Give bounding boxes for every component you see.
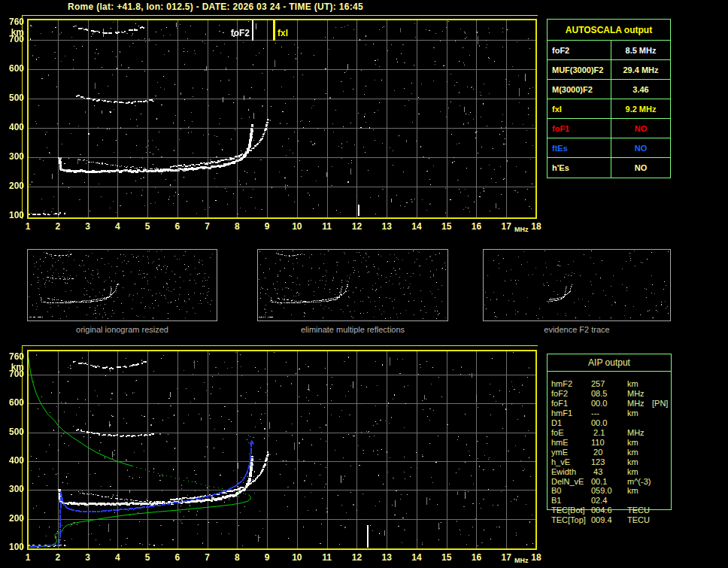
x-tick-label: 8	[226, 553, 247, 563]
y-tick-label: 760	[2, 17, 24, 27]
thumbnail-eliminate-reflections	[257, 249, 448, 321]
autoscala-row-ftes: ftEsNO	[548, 138, 670, 158]
aip-label: DelN_vE	[551, 477, 584, 486]
x-tick-label: 10	[287, 222, 308, 232]
thumbnail-caption-evidence: evidence F2 trace	[483, 325, 671, 334]
aip-output-table: AIP output hmF2257kmfoF208.5MHzfoF100.0M…	[547, 354, 682, 534]
autoscala-table-body: foF28.5 MHzMUF(3000)F229.4 MHzM(3000)F23…	[548, 41, 670, 178]
aip-label: TEC[Bot]	[551, 506, 585, 515]
aip-unit: km	[627, 409, 639, 418]
y-axis-unit-label: km	[2, 363, 24, 372]
aip-value: 257	[591, 379, 605, 388]
y-tick-label: 100	[2, 542, 24, 552]
y-tick-label: 500	[2, 427, 24, 437]
x-tick-label: 4	[107, 222, 128, 232]
x-tick-label: 2	[47, 222, 68, 232]
x-tick-label: 7	[197, 222, 218, 232]
aip-unit: m^(-3)	[627, 477, 651, 486]
autoscala-row-value: NO	[611, 158, 670, 178]
aip-value: 08.5	[591, 389, 607, 398]
autoscala-table-header: AUTOSCALA output	[548, 20, 670, 41]
aip-label: hmF1	[551, 409, 572, 418]
bottom-plot-outer-top-axis-line	[22, 345, 538, 346]
fxi-marker-label: fxI	[278, 29, 288, 38]
autoscala-row-label: M(3000)F2	[548, 80, 611, 99]
aip-value: 110	[591, 438, 605, 447]
aip-unit: km	[627, 438, 639, 447]
autoscala-row-value: 8.5 MHz	[611, 41, 670, 59]
autoscala-row-label: ftEs	[548, 138, 611, 157]
y-tick-label: 600	[2, 398, 24, 408]
x-tick-label: 11	[317, 222, 338, 232]
autoscala-row-muf-3000-f2: MUF(3000)F229.4 MHz	[548, 60, 670, 80]
x-tick-label: 18	[526, 553, 547, 563]
aip-table-header: AIP output	[547, 357, 672, 368]
aip-label: foF2	[551, 389, 568, 398]
x-tick-label: 12	[346, 222, 367, 232]
aip-unit: km	[627, 448, 639, 457]
aip-value: 009.4	[591, 515, 612, 524]
autoscala-row-label: foF2	[548, 41, 611, 59]
aip-unit: km	[627, 379, 639, 388]
thumbnail-caption-original: original ionogram resized	[27, 325, 217, 334]
thumbnail-evidence-f2-trace	[483, 249, 671, 321]
aip-label: B0	[551, 486, 561, 495]
aip-label: hmF2	[551, 379, 572, 388]
aip-value: 2.1	[591, 428, 605, 437]
top-plot-outer-top-axis-line	[22, 15, 538, 16]
y-tick-label: 200	[2, 181, 24, 191]
aip-label: foE	[551, 428, 564, 437]
aip-value: 123	[591, 457, 605, 466]
y-tick-label: 760	[2, 352, 24, 362]
x-axis-unit-label: MHz	[514, 556, 529, 566]
x-tick-label: 14	[406, 222, 427, 232]
x-tick-label: 11	[317, 553, 338, 563]
y-axis-unit-label: km	[2, 28, 24, 38]
aip-label: Ewidth	[551, 467, 576, 476]
x-tick-label: 18	[526, 222, 547, 232]
aip-label: B1	[551, 496, 561, 505]
x-tick-label: 1	[17, 553, 38, 563]
x-tick-label: 13	[376, 553, 397, 563]
aip-unit: km	[627, 486, 639, 495]
autoscala-app-window: { "title": "Rome (lat: +41.8, lon: 012.5…	[0, 0, 728, 568]
x-tick-label: 14	[406, 553, 427, 563]
aip-unit: TECU	[627, 515, 650, 524]
y-tick-label: 300	[2, 484, 24, 494]
x-tick-label: 3	[77, 222, 99, 232]
aip-label: hmE	[551, 438, 569, 447]
aip-label: foF1	[551, 399, 568, 408]
aip-label: TEC[Top]	[551, 515, 586, 524]
x-tick-label: 16	[466, 222, 487, 232]
top-ionogram-plot	[27, 19, 537, 219]
x-tick-label: 2	[47, 553, 68, 563]
y-tick-label: 300	[2, 152, 24, 162]
autoscala-row-label: fxI	[548, 99, 611, 118]
autoscala-row-value: 9.2 MHz	[611, 99, 670, 118]
x-tick-label: 6	[167, 222, 188, 232]
x-tick-label: 3	[77, 553, 99, 563]
aip-value: 20	[591, 448, 602, 457]
aip-extra: [PN]	[652, 399, 668, 408]
x-axis-unit-label: MHz	[514, 225, 529, 235]
x-tick-label: 5	[137, 222, 158, 232]
x-tick-label: 16	[466, 553, 487, 563]
aip-value: 004.6	[591, 506, 612, 515]
fof2-marker-label: foF2	[221, 29, 250, 38]
aip-label: h_vE	[551, 457, 570, 466]
autoscala-row-fof1: foF1NO	[548, 119, 670, 138]
autoscala-output-table: AUTOSCALA output foF28.5 MHzMUF(3000)F22…	[547, 19, 671, 178]
x-tick-label: 1	[17, 222, 38, 232]
thumbnail-original-ionogram	[27, 249, 217, 321]
autoscala-row-value: NO	[611, 138, 670, 157]
aip-value: 00.0	[591, 399, 607, 408]
aip-table-header-divider	[547, 371, 672, 372]
aip-value: 00.1	[591, 477, 607, 486]
aip-unit: km	[627, 457, 639, 466]
aip-value: 43	[591, 467, 602, 476]
x-tick-label: 5	[137, 553, 158, 563]
y-tick-label: 100	[2, 211, 24, 220]
bottom-ionogram-profile-plot	[27, 350, 537, 550]
autoscala-row-value: 29.4 MHz	[611, 60, 670, 79]
x-tick-label: 15	[436, 222, 457, 232]
